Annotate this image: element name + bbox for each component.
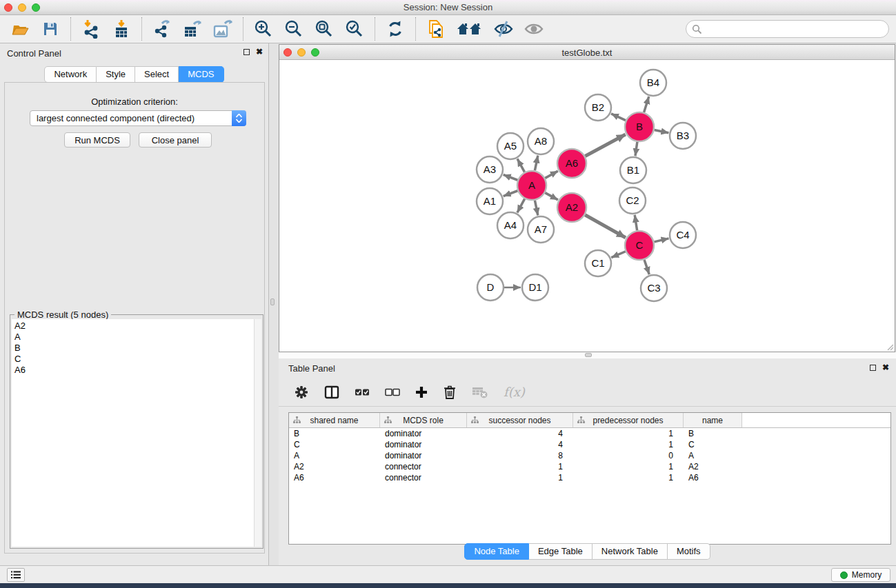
table-cell[interactable]: C (289, 440, 380, 449)
deselect-all-icon[interactable] (385, 388, 400, 396)
horizontal-splitter[interactable] (279, 352, 896, 358)
table-cell[interactable]: connector (380, 473, 467, 483)
table-cell[interactable]: dominator (380, 429, 467, 438)
graph-node-C1[interactable]: C1 (585, 250, 611, 276)
table-cell[interactable]: 1 (573, 473, 684, 483)
show-details-icon[interactable] (524, 19, 544, 39)
tab-motifs[interactable]: Motifs (668, 543, 710, 560)
graph-edge-A-A8[interactable] (535, 156, 537, 171)
graph-node-B1[interactable]: B1 (620, 157, 646, 183)
table-cell[interactable]: connector (380, 462, 467, 472)
graph-edge-C-C3[interactable] (644, 260, 649, 274)
graph-edge-A-A2[interactable] (545, 193, 558, 200)
splitter-handle[interactable] (585, 353, 592, 357)
node-table-body[interactable]: Bdominator41BCdominator41CAdominator80AA… (289, 428, 890, 483)
column-header-MCDS-role[interactable]: MCDS role (380, 413, 467, 427)
tab-node-table[interactable]: Node Table (464, 543, 529, 560)
zoom-in-icon[interactable] (253, 19, 274, 39)
refresh-view-icon[interactable] (385, 19, 406, 39)
table-cell[interactable]: 4 (467, 429, 573, 438)
graph-edge-A-A3[interactable] (504, 174, 518, 180)
graph-edge-C-C1[interactable] (611, 252, 626, 258)
graph-edge-A6-B[interactable] (585, 134, 625, 156)
memory-button[interactable]: Memory (831, 568, 890, 582)
table-options-icon[interactable] (294, 385, 309, 400)
result-list-item[interactable]: B (14, 343, 254, 354)
node-table[interactable]: shared nameMCDS rolesuccessor nodesprede… (288, 412, 891, 545)
resize-grip-icon[interactable] (886, 343, 894, 351)
graph-node-B2[interactable]: B2 (585, 94, 611, 121)
tab-network[interactable]: Network (44, 66, 97, 83)
tab-style[interactable]: Style (97, 66, 135, 83)
show-panels-button[interactable] (7, 568, 25, 582)
graph-node-C3[interactable]: C3 (641, 275, 667, 301)
graph-node-B[interactable]: B (625, 112, 654, 141)
network-window-titlebar[interactable]: testGlobe.txt (279, 45, 895, 60)
graph-node-A4[interactable]: A4 (497, 212, 524, 239)
graph-node-A6[interactable]: A6 (557, 149, 586, 178)
result-list-item[interactable]: A2 (14, 321, 254, 332)
table-row[interactable]: Adominator80A (289, 450, 890, 461)
result-list-item[interactable]: A6 (14, 365, 254, 376)
table-cell[interactable]: 1 (573, 462, 684, 472)
run-mcds-button[interactable]: Run MCDS (64, 132, 130, 148)
column-header-successor-nodes[interactable]: successor nodes (467, 413, 573, 427)
table-cell[interactable]: A2 (684, 462, 742, 472)
graph-edge-A-A1[interactable] (504, 191, 518, 196)
zoom-selected-icon[interactable] (344, 19, 365, 39)
graph-edge-C-C2[interactable] (635, 215, 637, 231)
tab-edge-table[interactable]: Edge Table (529, 543, 593, 560)
table-cell[interactable]: A6 (289, 473, 380, 483)
graph-edge-B-B1[interactable] (635, 142, 637, 156)
export-table-icon[interactable] (182, 19, 203, 39)
function-builder-icon[interactable]: f(x) (504, 385, 525, 399)
column-visibility-icon[interactable] (324, 385, 339, 399)
graph-edge-B-B3[interactable] (655, 130, 669, 132)
hide-details-icon[interactable] (493, 19, 514, 39)
table-cell[interactable]: A (289, 451, 380, 460)
graph-edge-B-B4[interactable] (644, 97, 649, 112)
table-cell[interactable]: B (289, 429, 380, 438)
export-network-icon[interactable] (152, 19, 172, 39)
import-table-icon[interactable] (111, 19, 132, 39)
result-list-item[interactable]: C (14, 354, 254, 365)
graph-edge-A-A6[interactable] (545, 171, 558, 178)
table-cell[interactable]: dominator (380, 451, 467, 460)
graph-node-D1[interactable]: D1 (522, 274, 548, 301)
graph-edge-B-B2[interactable] (611, 114, 626, 121)
graph-node-A3[interactable]: A3 (477, 156, 503, 183)
graph-node-C4[interactable]: C4 (670, 222, 696, 248)
table-cell[interactable]: 8 (467, 451, 573, 460)
table-row[interactable]: A6connector11A6 (289, 472, 890, 483)
table-cell[interactable]: C (684, 440, 742, 449)
column-header-predecessor-nodes[interactable]: predecessor nodes (573, 413, 684, 427)
tab-mcds[interactable]: MCDS (179, 66, 223, 83)
import-network-icon[interactable] (81, 19, 101, 39)
table-cell[interactable]: 1 (573, 440, 684, 449)
table-cell[interactable]: A2 (289, 462, 380, 472)
add-row-icon[interactable] (415, 386, 428, 398)
graph-node-A2[interactable]: A2 (557, 193, 586, 222)
graph-node-A8[interactable]: A8 (528, 128, 554, 154)
zoom-fit-icon[interactable] (314, 19, 335, 39)
graph-node-A[interactable]: A (517, 171, 546, 200)
float-table-panel-icon[interactable] (870, 365, 876, 371)
graph-node-C2[interactable]: C2 (619, 187, 646, 214)
column-header-shared-name[interactable]: shared name (289, 413, 380, 427)
graph-node-B4[interactable]: B4 (640, 70, 666, 96)
float-panel-icon[interactable] (243, 49, 250, 55)
tab-network-table[interactable]: Network Table (593, 543, 668, 560)
close-table-panel-icon[interactable]: ✖ (882, 364, 889, 371)
result-list-item[interactable]: A (14, 332, 254, 343)
mcds-result-list[interactable]: A2ABCA6 (12, 319, 254, 547)
close-panel-button[interactable]: Close panel (139, 132, 212, 148)
export-image-icon[interactable] (212, 19, 233, 39)
select-all-icon[interactable] (355, 388, 370, 396)
criterion-dropdown[interactable]: largest connected component (directed) (30, 110, 246, 126)
graph-edge-C-C4[interactable] (654, 239, 668, 242)
delete-row-icon[interactable] (443, 385, 457, 400)
graph-node-A7[interactable]: A7 (528, 216, 554, 243)
delete-table-icon[interactable] (472, 385, 488, 399)
network-canvas[interactable]: B4B2BB3A8A5A6A3B1AA1C2A2A4A7C4CC1DD1C3 (279, 60, 895, 352)
open-session-icon[interactable] (10, 19, 30, 39)
